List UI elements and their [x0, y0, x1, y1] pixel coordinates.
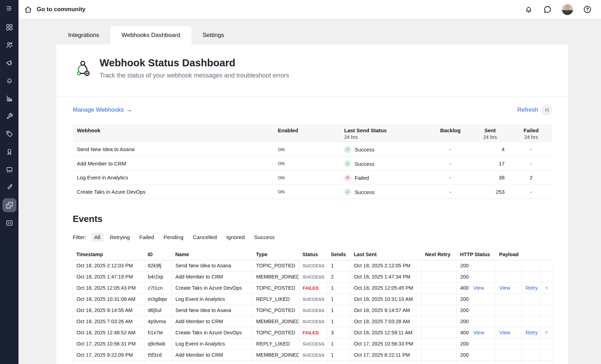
webhook-enabled: ON — [278, 175, 285, 180]
event-dismiss-cell — [541, 305, 552, 316]
filter-all[interactable]: All — [91, 233, 103, 242]
event-status: FAILED — [303, 330, 319, 335]
pause-icon — [545, 108, 546, 112]
wrench-icon[interactable] — [6, 112, 13, 120]
event-payload — [496, 361, 522, 364]
bell-icon[interactable] — [524, 5, 533, 14]
help-icon[interactable] — [583, 5, 592, 14]
event-id: h1x7te — [144, 327, 172, 338]
tab-bar: Integrations Webhooks Dashboard Settings — [19, 19, 601, 44]
manage-webhooks-link[interactable]: Manage Webhooks — [73, 106, 124, 113]
view-payload-link[interactable]: View — [499, 330, 510, 335]
event-http-status: 200 — [457, 316, 496, 327]
event-next-retry — [422, 361, 457, 364]
filter-success[interactable]: Success — [251, 233, 278, 242]
event-dismiss-cell — [541, 349, 552, 361]
event-payload — [496, 316, 522, 327]
event-row: Oct 18, 2025 2:12:03 PM82k9fjSend New Id… — [73, 260, 552, 271]
event-retry-cell — [522, 294, 541, 305]
events-table: TimestampIDNameTypeStatusSendsLast SentN… — [73, 249, 552, 364]
event-next-retry — [422, 305, 457, 316]
event-next-retry — [422, 349, 457, 361]
tab-settings[interactable]: Settings — [191, 26, 235, 44]
event-id: z7t1cn — [144, 282, 172, 294]
event-type: REPLY_LIKED — [253, 338, 299, 349]
event-row: Oct 17, 2025 9:22:09 PMt5f3zdAdd Member … — [73, 349, 552, 361]
webhook-row: Log Event in AnalyticsON✕Failed-382 — [73, 171, 552, 185]
event-name: Log Event in Analytics — [172, 338, 253, 349]
event-id: v8n2kg — [144, 361, 172, 364]
chat-icon[interactable] — [543, 5, 552, 14]
column-header: HTTP Status — [457, 249, 496, 260]
filter-cancelled[interactable]: Cancelled — [190, 233, 220, 242]
tab-webhooks-dashboard[interactable]: Webhooks Dashboard — [110, 26, 191, 44]
paintbrush-icon[interactable] — [6, 184, 13, 191]
pause-button[interactable] — [542, 105, 552, 115]
code-icon[interactable] — [6, 219, 13, 227]
dashboard-grid-icon[interactable] — [6, 23, 13, 31]
event-retry-cell — [522, 349, 541, 361]
column-header: Type — [253, 249, 299, 260]
event-retry-cell — [522, 338, 541, 349]
refresh-link[interactable]: Refresh — [517, 106, 538, 113]
tab-integrations[interactable]: Integrations — [57, 26, 110, 44]
event-retry-cell — [522, 361, 541, 364]
tag-icon[interactable] — [6, 130, 13, 138]
view-response-link[interactable]: View — [473, 285, 484, 291]
event-status: SUCCESS — [303, 342, 325, 347]
members-icon[interactable] — [6, 41, 13, 49]
column-header: Payload — [496, 249, 522, 260]
bell-icon[interactable] — [6, 77, 13, 84]
megaphone-icon[interactable] — [6, 59, 13, 67]
event-timestamp: Oct 18, 2025 2:12:03 PM — [73, 260, 144, 271]
column-header: Sends — [327, 249, 350, 260]
event-retry-cell — [522, 260, 541, 271]
award-icon[interactable] — [6, 148, 13, 156]
webhook-backlog: - — [431, 142, 470, 156]
page-subtitle: Track the status of your webhook message… — [100, 72, 289, 79]
event-row: Oct 18, 2025 7:03:26 AM4p9vmaAdd Member … — [73, 316, 552, 327]
event-payload: View — [496, 282, 522, 294]
event-retry-cell — [522, 305, 541, 316]
topbar: Go to community — [19, 0, 601, 19]
event-type: MEMBER_JOINED — [253, 271, 299, 282]
go-to-community-link[interactable]: Go to community — [24, 6, 86, 14]
webhook-icon — [75, 58, 91, 79]
event-row: Oct 18, 2025 9:14:55 AMd6j5ulSend New Id… — [73, 305, 552, 316]
events-table-body: Oct 18, 2025 2:12:03 PM82k9fjSend New Id… — [73, 260, 552, 364]
event-name: Send New Idea to Asana — [172, 305, 253, 316]
event-id: 82k9fj — [144, 260, 172, 271]
retry-link[interactable]: Retry — [526, 330, 538, 335]
webhook-sent: 38 — [470, 171, 510, 185]
column-header: Failed24 hrs — [510, 124, 552, 142]
filter-failed[interactable]: Failed — [136, 233, 157, 242]
layout-icon[interactable] — [6, 166, 13, 173]
dismiss-icon[interactable]: × — [545, 329, 548, 336]
avatar[interactable] — [562, 4, 573, 15]
event-last-sent: Oct 18, 2025 12:59:11 AM — [350, 327, 422, 338]
retry-link[interactable]: Retry — [526, 285, 538, 291]
analytics-icon[interactable] — [6, 95, 13, 102]
webhook-enabled: ON — [278, 147, 285, 152]
view-payload-link[interactable]: View — [499, 285, 510, 291]
event-type: TOPIC_POSTED — [253, 260, 299, 271]
event-retry-cell — [522, 316, 541, 327]
filter-retrying[interactable]: Retrying — [107, 233, 133, 242]
event-last-sent: Oct 18, 2025 10:31:10 AM — [350, 294, 422, 305]
column-header: Enabled — [274, 124, 340, 142]
webhook-backlog: - — [431, 171, 470, 185]
event-name: Create Taks in Azure DevOps — [172, 282, 253, 294]
puzzle-icon[interactable] — [6, 201, 13, 209]
event-dismiss-cell: × — [541, 282, 552, 294]
filter-ignored[interactable]: Ignored — [223, 233, 248, 242]
event-http-status: 200 — [457, 271, 496, 282]
dismiss-icon[interactable]: × — [545, 284, 548, 291]
event-type: TOPIC_POSTED — [253, 305, 299, 316]
webhook-backlog: - — [431, 156, 470, 171]
sidebar-toggle-icon[interactable] — [6, 5, 13, 12]
event-name: Add Member to CRM — [172, 349, 253, 361]
filter-pending[interactable]: Pending — [160, 233, 187, 242]
view-response-link[interactable]: View — [473, 330, 484, 335]
event-next-retry — [422, 271, 457, 282]
event-timestamp: Oct 18, 2025 1:47:19 PM — [73, 271, 144, 282]
